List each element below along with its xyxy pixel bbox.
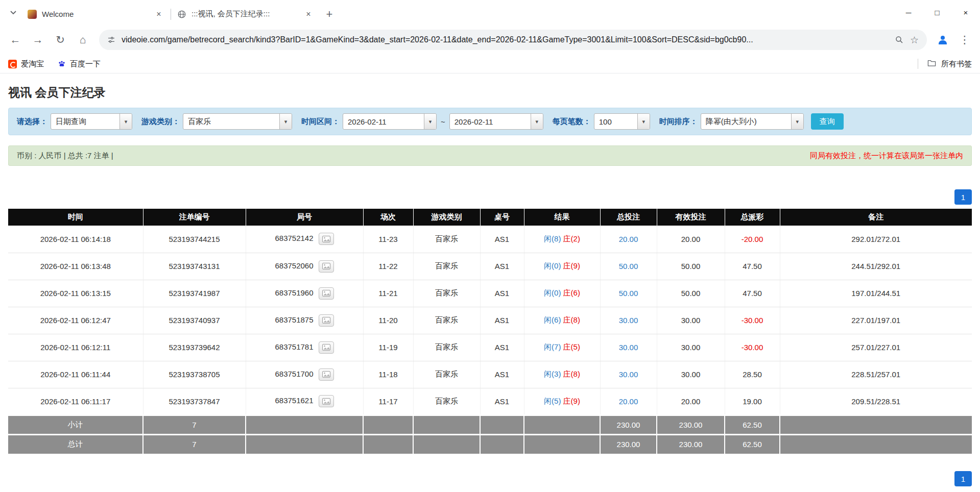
result-player: 闲(0)	[544, 261, 561, 270]
filter-bar: 请选择： 日期查询 ▾ 游戏类别： 百家乐 ▾ 时间区间： 2026-02-11…	[8, 108, 972, 135]
home-icon[interactable]: ⌂	[73, 30, 93, 50]
result-player: 闲(3)	[544, 370, 561, 378]
round-image-button[interactable]	[319, 287, 334, 300]
round-image-button[interactable]	[319, 368, 334, 381]
chevron-down-icon[interactable]: ▾	[119, 114, 132, 129]
chevron-down-icon[interactable]: ▾	[424, 114, 436, 129]
cell-remark: 228.51/257.01	[780, 361, 972, 388]
bet-records-table: 时间注单编号局号场次游戏类别桌号结果总投注有效投注总派彩备注 2026-02-1…	[8, 209, 972, 454]
cell-result: 闲(6) 庄(8)	[524, 307, 600, 334]
cell-session: 11-21	[363, 280, 413, 307]
cell-remark: 244.51/292.01	[780, 253, 972, 280]
cell-result: 闲(0) 庄(6)	[524, 280, 600, 307]
query-type-label: 请选择：	[17, 117, 47, 127]
round-number: 683751700	[275, 369, 313, 378]
star-icon[interactable]: ☆	[910, 34, 919, 46]
game-kind-select[interactable]: 百家乐 ▾	[183, 113, 292, 130]
date-start-value: 2026-02-11	[343, 117, 424, 126]
round-image-button[interactable]	[319, 233, 334, 245]
close-window-button[interactable]: ×	[951, 0, 980, 25]
close-icon[interactable]: ×	[153, 9, 164, 20]
profile-icon[interactable]	[933, 30, 952, 50]
site-settings-icon[interactable]	[107, 36, 115, 44]
round-number: 683751875	[275, 315, 313, 324]
maximize-button[interactable]: □	[923, 0, 951, 25]
forward-icon[interactable]: →	[28, 30, 48, 50]
window-controls: ─ □ ×	[894, 0, 980, 25]
bookmark-taobao[interactable]: 爱淘宝	[8, 59, 44, 69]
search-button[interactable]: 查询	[811, 113, 844, 130]
result-banker: 庄(2)	[563, 234, 580, 243]
cell-table-no: AS1	[480, 334, 524, 361]
all-bookmarks-button[interactable]: 所有书签	[918, 59, 972, 69]
tab-search-button[interactable]	[5, 5, 21, 21]
folder-icon	[927, 59, 936, 68]
cell-bet-id: 523193741987	[143, 280, 246, 307]
round-image-button[interactable]	[319, 395, 334, 407]
page-1-button[interactable]: 1	[954, 189, 972, 205]
game-kind-label: 游戏类别：	[141, 117, 180, 127]
date-end-input[interactable]: 2026-02-11 ▾	[449, 113, 543, 130]
column-header-4: 场次	[363, 209, 413, 226]
result-player: 闲(5)	[544, 397, 561, 405]
total-row: 总计 7 230.00 230.00 62.50	[8, 434, 972, 454]
cell-valid-bet: 20.00	[657, 226, 725, 253]
refresh-icon[interactable]: ↻	[50, 30, 70, 50]
sort-select[interactable]: 降幂(由大到小) ▾	[701, 113, 804, 130]
new-tab-button[interactable]: +	[320, 5, 339, 23]
bookmark-baidu[interactable]: 百度一下	[57, 59, 101, 69]
cell-valid-bet: 20.00	[657, 388, 725, 415]
zoom-icon[interactable]	[895, 35, 904, 44]
table-row: 2026-02-11 06:12:11 523193739642 6837517…	[8, 334, 972, 361]
close-icon[interactable]: ×	[303, 9, 314, 20]
table-row: 2026-02-11 06:11:17 523193737847 6837516…	[8, 388, 972, 415]
browser-toolbar: ← → ↻ ⌂ videoie.com/game/betrecord_searc…	[0, 25, 980, 55]
cell-game-kind: 百家乐	[413, 280, 480, 307]
summary-bar: 币别 : 人民币 | 总共 :7 注单 | 同局有效投注，统一计算在该局第一张注…	[8, 145, 972, 166]
cell-bet-id: 523193738705	[143, 361, 246, 388]
chevron-down-icon[interactable]: ▾	[637, 114, 650, 129]
cell-payout: -20.00	[725, 226, 780, 253]
round-image-button[interactable]	[319, 260, 334, 273]
cell-total-bet: 20.00	[600, 226, 657, 253]
tab-betrecord[interactable]: :::视讯, 会员下注纪录::: ×	[171, 4, 320, 24]
cell-payout: -30.00	[725, 334, 780, 361]
footer-valid-bet: 230.00	[657, 415, 725, 434]
cell-session: 11-18	[363, 361, 413, 388]
round-number: 683751781	[275, 342, 313, 351]
query-type-select[interactable]: 日期查询 ▾	[51, 113, 132, 130]
chevron-down-icon[interactable]: ▾	[279, 114, 292, 129]
table-row: 2026-02-11 06:14:18 523193744215 6837521…	[8, 226, 972, 253]
cell-game-kind: 百家乐	[413, 226, 480, 253]
tab-welcome[interactable]: Welcome ×	[21, 4, 171, 24]
back-icon[interactable]: ←	[5, 30, 26, 50]
result-player: 闲(8)	[544, 234, 561, 243]
chevron-down-icon[interactable]: ▾	[791, 114, 803, 129]
cell-valid-bet: 50.00	[657, 280, 725, 307]
date-start-input[interactable]: 2026-02-11 ▾	[343, 113, 437, 130]
cell-bet-id: 523193740937	[143, 307, 246, 334]
game-kind-value: 百家乐	[183, 117, 279, 127]
url-text[interactable]: videoie.com/game/betrecord_search/kind3?…	[122, 35, 889, 44]
minimize-button[interactable]: ─	[894, 0, 923, 25]
result-player: 闲(6)	[544, 315, 561, 324]
cell-remark: 209.51/228.51	[780, 388, 972, 415]
menu-icon[interactable]: ⋮	[954, 30, 975, 50]
cell-table-no: AS1	[480, 226, 524, 253]
cell-round: 683751781	[246, 334, 363, 361]
chevron-down-icon[interactable]: ▾	[531, 114, 543, 129]
page-limit-input[interactable]: 100 ▾	[594, 113, 650, 130]
tab-favicon	[28, 10, 37, 19]
cell-round: 683752060	[246, 253, 363, 280]
round-image-button[interactable]	[319, 314, 334, 327]
column-header-6: 桌号	[480, 209, 524, 226]
round-image-button[interactable]	[319, 341, 334, 354]
result-player: 闲(7)	[544, 342, 561, 351]
cell-total-bet: 30.00	[600, 307, 657, 334]
cell-session: 11-20	[363, 307, 413, 334]
page-1-button[interactable]: 1	[954, 471, 972, 486]
cell-table-no: AS1	[480, 280, 524, 307]
cell-bet-id: 523193737847	[143, 388, 246, 415]
cell-total-bet: 30.00	[600, 361, 657, 388]
address-bar[interactable]: videoie.com/game/betrecord_search/kind3?…	[99, 30, 927, 50]
